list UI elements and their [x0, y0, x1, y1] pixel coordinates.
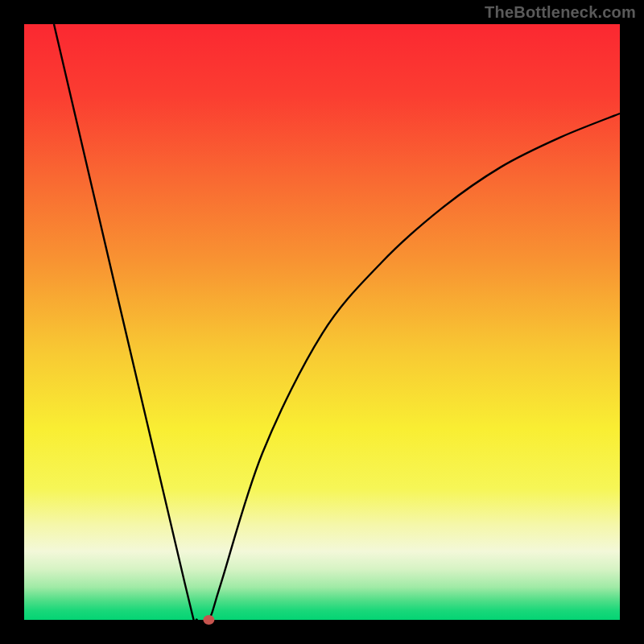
bottleneck-chart [0, 0, 644, 644]
optimal-point-marker [203, 615, 214, 625]
chart-frame: TheBottleneck.com [0, 0, 644, 644]
watermark-label: TheBottleneck.com [485, 3, 636, 22]
plot-background [24, 24, 620, 620]
